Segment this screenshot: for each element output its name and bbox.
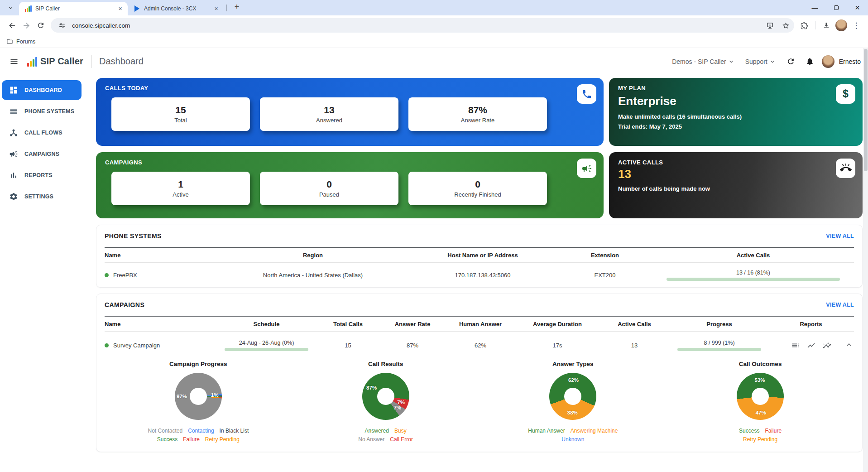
user-avatar[interactable] — [822, 55, 834, 68]
support-menu[interactable]: Support — [745, 58, 776, 65]
collapse-chevron-up-icon[interactable] — [845, 341, 853, 350]
app-body: DASHBOARD PHONE SYSTEMS CALL FLOWS CAMPA… — [0, 75, 868, 472]
call-results-donut: 87%7%7% — [362, 373, 409, 420]
menu-hamburger-icon[interactable] — [6, 54, 22, 69]
column-header-reports: Reports — [768, 321, 854, 328]
window-minimize-button[interactable]: — — [804, 0, 825, 15]
header-right: Demos - SIP Caller Support Ernesto — [672, 54, 861, 69]
campaign-active-calls: 13 — [598, 342, 671, 349]
donut-slice-label: 53% — [755, 377, 765, 383]
tab-close-icon[interactable]: × — [212, 5, 220, 13]
campaign-name: Survey Campaign — [113, 342, 160, 349]
campaign-schedule: 24-Aug - 26-Aug (0%) — [218, 340, 315, 351]
new-tab-button[interactable]: + — [231, 2, 242, 12]
legend-item: Answered — [365, 428, 389, 434]
page-scrollbar[interactable] — [863, 48, 868, 472]
forward-icon[interactable] — [19, 18, 34, 33]
phone-system-row-freepbx[interactable]: FreePBX North America - United States (D… — [105, 263, 854, 287]
report-summary-icon[interactable] — [791, 341, 800, 350]
extensions-icon[interactable] — [797, 18, 811, 33]
chart-call-results: Call Results 87%7%7% AnsweredBusyNo Answ… — [292, 361, 480, 443]
stat-label: Active — [173, 191, 188, 198]
legend-item: No Answer — [358, 436, 384, 443]
sidebar-item-call-flows[interactable]: CALL FLOWS — [2, 123, 82, 143]
sip-caller-favicon — [24, 5, 32, 12]
notifications-icon[interactable] — [803, 54, 817, 69]
sidebar-item-reports[interactable]: REPORTS — [2, 165, 82, 185]
environment-menu[interactable]: Demos - SIP Caller — [672, 58, 734, 65]
column-header-host: Host Name or IP Address — [408, 252, 557, 259]
phone-systems-view-all-link[interactable]: VIEW ALL — [826, 233, 854, 239]
stat-campaigns-paused: 0 Paused — [260, 172, 398, 205]
legend-item: Failure — [765, 428, 782, 434]
app-logo[interactable]: SIP Caller — [27, 56, 83, 67]
campaigns-view-all-link[interactable]: VIEW ALL — [826, 302, 854, 308]
tab-close-icon[interactable]: × — [116, 5, 124, 13]
panel-title: CAMPAIGNS — [105, 301, 144, 308]
sidebar-item-label: CAMPAIGNS — [24, 151, 59, 157]
campaign-average-duration: 17s — [517, 342, 598, 349]
address-bar[interactable]: console.sipcaller.com — [51, 18, 794, 33]
tab-admin-console[interactable]: Admin Console - 3CX × — [128, 2, 224, 15]
campaign-row-survey[interactable]: Survey Campaign 24-Aug - 26-Aug (0%) 15 … — [105, 332, 854, 359]
schedule-progress-bar — [225, 348, 308, 351]
browser-menu-icon[interactable]: ⋮ — [849, 18, 863, 33]
bookmark-star-icon[interactable] — [780, 19, 791, 31]
campaign-progress-bar — [677, 348, 761, 351]
stat-value: 1 — [178, 179, 183, 190]
url-text[interactable]: console.sipcaller.com — [72, 22, 760, 29]
header-divider — [91, 55, 92, 68]
install-app-icon[interactable] — [764, 19, 776, 31]
column-header-schedule: Schedule — [218, 321, 315, 328]
sip-caller-logo-icon — [27, 57, 37, 67]
scrollbar-thumb[interactable] — [864, 49, 868, 171]
active-calls-value: 13 — [618, 167, 854, 181]
stat-campaigns-finished: 0 Recently Finished — [408, 172, 547, 205]
sidebar-item-label: REPORTS — [24, 172, 53, 178]
donut-slice-label: 47% — [756, 410, 766, 415]
status-online-dot — [105, 273, 109, 277]
browser-toolbar: console.sipcaller.com ⋮ — [0, 15, 868, 35]
sidebar-item-phone-systems[interactable]: PHONE SYSTEMS — [2, 101, 82, 121]
legend-item: Success — [739, 428, 759, 434]
window-maximize-button[interactable] — [825, 0, 847, 15]
legend-item: Answering Machine — [571, 428, 618, 434]
sidebar-nav: DASHBOARD PHONE SYSTEMS CALL FLOWS CAMPA… — [0, 75, 85, 472]
donut-slice-label: 7% — [397, 400, 405, 405]
report-insights-icon[interactable] — [823, 341, 831, 350]
sidebar-item-campaigns[interactable]: CAMPAIGNS — [2, 144, 82, 164]
sidebar-item-dashboard[interactable]: DASHBOARD — [2, 80, 82, 100]
user-name: Ernesto — [839, 58, 861, 65]
campaign-reports-cell — [768, 341, 854, 350]
reload-icon[interactable] — [34, 18, 48, 33]
legend-item: In Black List — [220, 428, 249, 434]
tab-sip-caller[interactable]: SIP Caller × — [19, 2, 128, 15]
bar-chart-icon — [9, 171, 18, 180]
stat-answered-calls: 13 Answered — [260, 97, 398, 131]
column-header-progress: Progress — [671, 321, 768, 328]
stat-answer-rate: 87% Answer Rate — [408, 97, 547, 131]
panel-title: PHONE SYSTEMS — [105, 232, 162, 240]
bookmark-folder-forums[interactable]: Forums — [16, 39, 35, 45]
phone-systems-panel: PHONE SYSTEMS VIEW ALL Name Region Host … — [96, 225, 863, 288]
plan-name: Enterprise — [618, 94, 854, 108]
campaign-human-answer: 62% — [444, 342, 517, 349]
browser-profile-avatar[interactable] — [835, 19, 847, 31]
stat-total-calls: 15 Total — [111, 97, 250, 131]
campaign-charts-row: Campaign Progress 97%1% Not ContactedCon… — [105, 359, 854, 452]
downloads-icon[interactable] — [819, 18, 834, 33]
chart-title: Call Results — [368, 361, 403, 367]
stat-label: Answered — [316, 117, 342, 124]
tab-search-button[interactable] — [5, 2, 16, 13]
plan-description: Make unlimited calls (16 simultaneous ca… — [618, 113, 854, 120]
phone-systems-table-header: Name Region Host Name or IP Address Exte… — [105, 247, 854, 263]
site-settings-icon[interactable] — [56, 19, 68, 31]
window-close-button[interactable]: ✕ — [847, 0, 868, 15]
back-icon[interactable] — [5, 18, 19, 33]
phone-system-host: 170.187.138.43:5060 — [408, 272, 557, 279]
sidebar-item-settings[interactable]: SETTINGS — [2, 187, 82, 207]
stat-value: 13 — [324, 105, 334, 116]
toolbar-right: ⋮ — [797, 18, 863, 33]
refresh-icon[interactable] — [784, 54, 798, 69]
report-line-chart-icon[interactable] — [807, 341, 815, 350]
